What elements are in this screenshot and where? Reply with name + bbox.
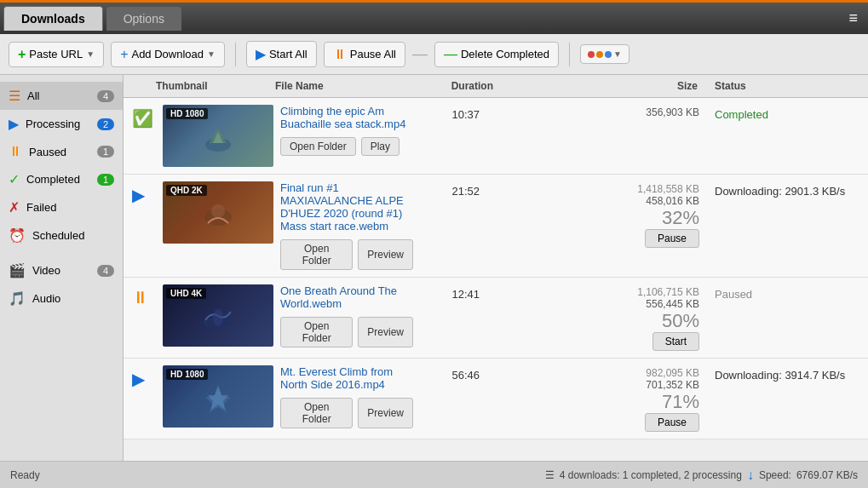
thumbnail-image-3: UHD 4K <box>163 284 273 347</box>
row-actions-4: Open Folder Preview <box>280 398 413 428</box>
preview-button-2[interactable]: Preview <box>358 239 413 270</box>
completed-icon: ✓ <box>9 171 20 187</box>
pause-icon: ⏸ <box>333 47 347 62</box>
row-percent-2: 32% <box>662 207 699 229</box>
paste-icon: + <box>18 47 26 62</box>
sidebar-item-all[interactable]: ☰ All 4 <box>0 82 123 110</box>
sidebar: ☰ All 4 ▶ Processing 2 ⏸ Paused 1 ✓ Comp… <box>0 75 124 461</box>
status-bar: Ready ☰ 4 downloads: 1 completed, 2 proc… <box>0 461 868 488</box>
pause-all-button[interactable]: ⏸ Pause All <box>324 42 405 67</box>
pause-button-2[interactable]: Pause <box>645 229 699 248</box>
menu-icon[interactable]: ≡ <box>842 6 865 31</box>
dot-orange <box>596 51 603 58</box>
row-info-1: Climbing the epic Am Buachaille sea stac… <box>280 105 413 167</box>
row-right-4: 982,095 KB 701,352 KB 71% Pause <box>486 365 699 432</box>
row-percent-3: 50% <box>662 310 699 332</box>
row-duration-3: 12:41 <box>420 284 480 351</box>
add-icon: + <box>120 47 128 62</box>
pause-button-4[interactable]: Pause <box>645 413 699 432</box>
sidebar-item-paused[interactable]: ⏸ Paused 1 <box>0 138 123 165</box>
row-duration-1: 10:37 <box>420 105 480 167</box>
add-download-button[interactable]: + Add Download ▼ <box>111 42 225 67</box>
pause-circle-icon-3: ⏸ <box>132 288 149 307</box>
start-button-3[interactable]: Start <box>652 332 699 351</box>
table-row: ✅ HD 1080 Climbing the epic Am Buachaill… <box>124 98 868 175</box>
play-button-1[interactable]: Play <box>361 137 400 156</box>
row-status-col-2: Downloading: 2901.3 KB/s <box>706 181 859 270</box>
row-info-4: Mt. Everest Climb from North Side 2016.m… <box>280 365 413 432</box>
row-size-1: 356,903 KB <box>646 106 699 118</box>
audio-icon: 🎵 <box>9 290 26 307</box>
status-ready: Ready <box>10 469 528 481</box>
th-status: Status <box>706 80 859 92</box>
row-duration-4: 56:46 <box>420 365 480 432</box>
divider-3 <box>569 43 570 66</box>
sidebar-item-scheduled[interactable]: ⏰ Scheduled <box>0 221 123 250</box>
add-download-chevron: ▼ <box>207 49 216 59</box>
scheduled-icon: ⏰ <box>9 227 26 244</box>
row-size-main-4: 982,095 KB <box>646 367 699 379</box>
preview-button-4[interactable]: Preview <box>358 398 413 428</box>
speed-label: Speed: <box>759 469 791 481</box>
row-thumb-4: HD 1080 <box>163 365 273 432</box>
row-actions-1: Open Folder Play <box>280 137 413 156</box>
th-duration: Duration <box>434 80 493 92</box>
row-status-text-1: Completed <box>715 108 859 121</box>
row-thumb-2: QHD 2K <box>163 181 273 270</box>
row-size-sub-3: 556,445 KB <box>646 298 699 310</box>
preview-button-3[interactable]: Preview <box>358 317 413 347</box>
row-status-col-1: Completed <box>706 105 859 167</box>
thumb-placeholder-4 <box>201 380 235 414</box>
delete-completed-button[interactable]: — Delete Completed <box>434 42 559 67</box>
row-size-sub-4: 701,352 KB <box>646 379 699 391</box>
sidebar-item-processing[interactable]: ▶ Processing 2 <box>0 110 123 138</box>
tab-options[interactable]: Options <box>106 7 181 31</box>
dots-chevron: ▼ <box>613 49 622 59</box>
th-thumbnail: Thumbnail <box>156 80 275 92</box>
play-icon: ▶ <box>256 46 266 62</box>
svg-point-4 <box>211 204 225 218</box>
play-circle-icon-4: ▶ <box>132 369 145 389</box>
sidebar-item-completed[interactable]: ✓ Completed 1 <box>0 165 123 193</box>
status-right: ☰ 4 downloads: 1 completed, 2 processing… <box>545 468 858 483</box>
open-folder-button-3[interactable]: Open Folder <box>280 317 353 347</box>
dot-red <box>588 51 595 58</box>
speed-value: 6769.07 KB/s <box>796 469 858 481</box>
toolbar: + Paste URL ▼ + Add Download ▼ ▶ Start A… <box>0 34 868 75</box>
main-area: ☰ All 4 ▶ Processing 2 ⏸ Paused 1 ✓ Comp… <box>0 75 868 461</box>
open-folder-button-4[interactable]: Open Folder <box>280 398 353 428</box>
row-size-sub-2: 458,016 KB <box>646 195 699 207</box>
sidebar-item-failed[interactable]: ✗ Failed <box>0 193 123 221</box>
sidebar-item-audio[interactable]: 🎵 Audio <box>0 284 123 313</box>
row-filename-1: Climbing the epic Am Buachaille sea stac… <box>280 105 413 130</box>
th-filename: File Name <box>275 80 434 92</box>
delete-icon: — <box>444 47 457 62</box>
row-size-main-2: 1,418,558 KB <box>637 183 699 195</box>
more-options-button[interactable]: ▼ <box>580 44 629 64</box>
content-area: Thumbnail File Name Duration Size Status… <box>124 75 868 461</box>
row-status-text-4: Downloading: 3914.7 KB/s <box>715 369 859 382</box>
row-filename-4: Mt. Everest Climb from North Side 2016.m… <box>280 365 413 391</box>
divider-1 <box>235 43 236 66</box>
row-info-2: Final run #1 MAXIAVALANCHE ALPE D'HUEZ 2… <box>280 181 413 270</box>
row-right-2: 1,418,558 KB 458,016 KB 32% Pause <box>486 181 699 270</box>
row-status-text-3: Paused <box>715 288 859 301</box>
row-actions-2: Open Folder Preview <box>280 239 413 270</box>
row-status-icon-2: ▶ <box>132 181 156 270</box>
processing-icon: ▶ <box>9 116 19 132</box>
tab-downloads[interactable]: Downloads <box>3 6 103 31</box>
row-status-icon-1: ✅ <box>132 105 156 167</box>
thumbnail-image-4: HD 1080 <box>163 365 273 428</box>
sidebar-item-video[interactable]: 🎬 Video 4 <box>0 256 123 284</box>
row-thumb-3: UHD 4K <box>163 284 273 351</box>
table-row: ▶ HD 1080 Mt. Everest Climb from North S… <box>124 359 868 439</box>
row-status-icon-3: ⏸ <box>132 284 156 351</box>
row-right-3: 1,106,715 KB 556,445 KB 50% Start <box>486 284 699 351</box>
play-circle-icon-2: ▶ <box>132 185 145 205</box>
row-status-icon-4: ▶ <box>132 365 156 432</box>
paste-url-button[interactable]: + Paste URL ▼ <box>9 42 104 67</box>
start-all-button[interactable]: ▶ Start All <box>246 41 317 67</box>
row-size-main-3: 1,106,715 KB <box>637 286 699 298</box>
open-folder-button-2[interactable]: Open Folder <box>280 239 353 270</box>
open-folder-button-1[interactable]: Open Folder <box>280 137 356 156</box>
